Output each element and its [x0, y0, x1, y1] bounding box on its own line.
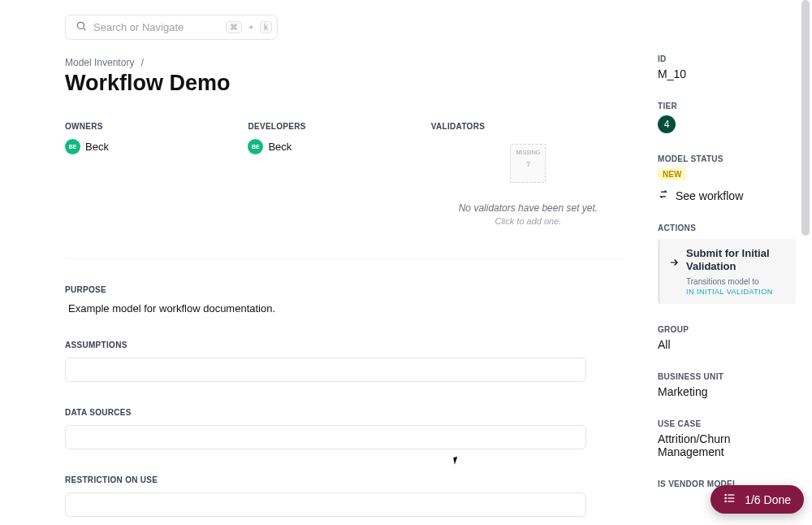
side-id-label: ID	[658, 54, 796, 63]
breadcrumb-separator: /	[141, 57, 144, 68]
validators-empty-state[interactable]: MISSING ? No validators have been set ye…	[431, 139, 625, 226]
avatar: BE	[248, 139, 263, 154]
side-usecase-value: Attrition/Churn Management	[658, 432, 796, 458]
purpose-value[interactable]: Example model for workflow documentation…	[68, 302, 625, 315]
developer-chip[interactable]: BE Beck	[248, 139, 292, 154]
svg-point-0	[77, 22, 84, 28]
developer-name: Beck	[268, 141, 292, 153]
search-input[interactable]: Search or Navigate ⌘ + k	[65, 15, 278, 40]
avatar: BE	[65, 139, 80, 154]
restriction-label: RESTRICTION ON USE	[65, 475, 625, 484]
search-shortcut-cmd: ⌘	[226, 21, 242, 33]
search-placeholder: Search or Navigate	[93, 21, 219, 33]
side-group-value: All	[658, 338, 796, 351]
side-status-label: MODEL STATUS	[658, 154, 796, 163]
side-tier-label: TIER	[658, 102, 796, 111]
side-actions-label: ACTIONS	[658, 223, 796, 232]
action-sub: Transitions model to	[686, 277, 789, 286]
svg-point-5	[725, 494, 726, 495]
svg-line-1	[84, 28, 85, 29]
owner-chip[interactable]: BE Beck	[65, 139, 109, 154]
purpose-label: PURPOSE	[65, 285, 625, 294]
tier-badge: 4	[658, 115, 676, 133]
breadcrumb: Model Inventory /	[65, 54, 625, 69]
assumptions-label: ASSUMPTIONS	[65, 341, 625, 349]
side-id-value: M_10	[658, 67, 796, 80]
svg-point-6	[725, 497, 726, 498]
restriction-input[interactable]	[65, 492, 586, 517]
developers-label: DEVELOPERS	[248, 122, 424, 131]
validators-empty-text: No validators have been set yet.	[459, 202, 598, 214]
data-sources-label: DATA SOURCES	[65, 408, 625, 417]
side-bu-value: Marketing	[658, 385, 796, 398]
svg-point-7	[725, 501, 726, 501]
see-workflow-label: See workflow	[676, 189, 743, 202]
search-shortcut-plus: +	[248, 23, 253, 32]
data-sources-input[interactable]	[65, 425, 586, 449]
page-title: Workflow Demo	[65, 71, 625, 96]
list-icon	[723, 492, 736, 507]
arrow-right-icon	[668, 247, 680, 271]
cursor-icon	[453, 456, 462, 465]
side-group-label: GROUP	[658, 325, 796, 334]
scrollbar-thumb[interactable]	[801, 0, 810, 236]
side-bu-label: BUSINESS UNIT	[658, 372, 796, 381]
action-submit-initial-validation[interactable]: Submit for Initial Validation Transition…	[658, 239, 796, 304]
search-shortcut-k: k	[260, 21, 272, 33]
scrollbar[interactable]	[801, 0, 810, 525]
action-target-state: IN INITIAL VALIDATION	[686, 288, 789, 296]
side-usecase-label: USE CASE	[658, 419, 796, 428]
validators-label: VALIDATORS	[431, 122, 625, 131]
action-title: Submit for Initial Validation	[686, 247, 789, 274]
missing-placeholder-icon: MISSING ?	[510, 144, 546, 183]
progress-fab-label: 1/6 Done	[745, 493, 791, 506]
divider	[65, 258, 625, 259]
assumptions-input[interactable]	[65, 358, 586, 382]
swap-icon	[658, 189, 669, 202]
breadcrumb-parent[interactable]: Model Inventory	[65, 57, 134, 68]
owner-name: Beck	[85, 141, 109, 153]
see-workflow-button[interactable]: See workflow	[658, 189, 796, 202]
owners-label: OWNERS	[65, 122, 241, 131]
status-chip: NEW	[658, 168, 686, 180]
search-icon	[76, 20, 87, 35]
progress-fab[interactable]: 1/6 Done	[710, 485, 804, 514]
validators-empty-sub: Click to add one.	[495, 216, 561, 226]
